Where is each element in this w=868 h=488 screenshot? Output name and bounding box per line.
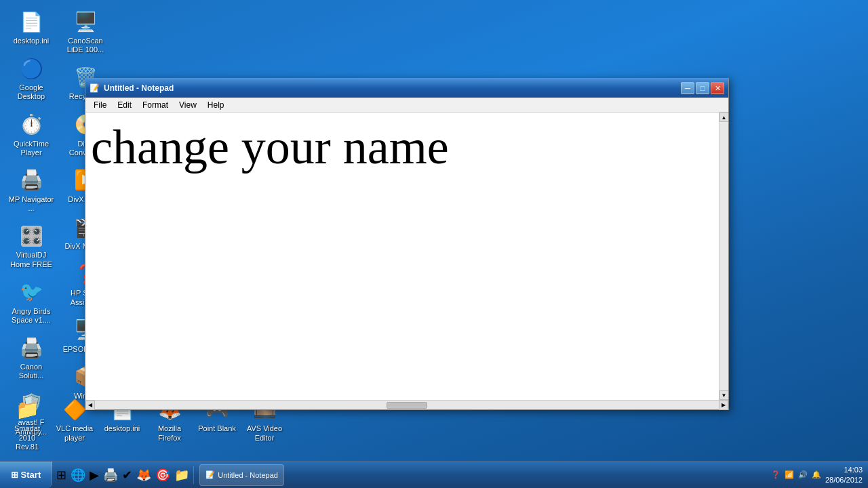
desktop-ini-icon: 📄 [18,8,45,35]
taskbar-network-icon[interactable]: 📶 [785,470,794,479]
taskbar-ie-icon[interactable]: 🌐 [69,466,87,484]
firefox-label: Mozilla Firefox [149,424,190,442]
google-desktop-label: Google Desktop [8,83,54,101]
canoscan-icon: 🖥️ [72,8,99,35]
menu-view[interactable]: View [174,99,202,111]
desktop-icon-angry-birds[interactable]: 🐦 Angry Birds Space v1.... [5,276,57,327]
taskbar-clock[interactable]: 14:03 28/06/2012 [825,465,863,485]
avs-video-label: AVS Video Editor [244,424,285,442]
taskbar-hp-icon[interactable]: 🖨️ [102,466,119,484]
restore-button[interactable]: □ [696,82,709,94]
notepad-textarea[interactable]: change your name [85,113,719,400]
horizontal-scrollbar[interactable]: ◀ ▶ [85,400,728,409]
desktop-icon-quicktime[interactable]: ⏱️ QuickTime Player [5,108,57,160]
start-button[interactable]: ⊞ Start [0,462,52,488]
desktop-icon-mp-navigator[interactable]: 🖨️ MP Navigator ... [5,164,57,216]
scroll-down-arrow[interactable]: ▼ [719,390,729,400]
minimize-button[interactable]: ─ [681,82,694,94]
desktop-icon-desktop-ini[interactable]: 📄 desktop.ini [5,5,57,48]
angry-birds-icon: 🐦 [18,279,45,306]
scroll-left-arrow[interactable]: ◀ [85,401,95,410]
taskbar-volume-icon[interactable]: 🔊 [798,470,808,479]
vlc-label: VLC media player [54,424,95,442]
scroll-track-v[interactable] [719,122,728,390]
close-button[interactable]: ✕ [711,82,724,94]
menu-format[interactable]: Format [137,99,174,111]
menu-help[interactable]: Help [202,99,230,111]
smadat-label: Smadat 2010 Rev.81 [7,424,47,451]
canon-label: Canon Soluti... [8,363,54,380]
taskbar-help-icon[interactable]: ❓ [771,470,781,479]
notepad-icon: 📝 [90,83,100,93]
quicktime-icon: ⏱️ [18,111,45,138]
taskbar-date: 28/06/2012 [825,475,863,485]
scroll-thumb-h [387,402,427,409]
smadat-icon: 📁 [14,396,41,423]
window-titlebar: 📝 Untitled - Notepad ─ □ ✕ [85,79,728,98]
quick-launch: ⊞ 🌐 ▶ 🖨️ ✔ 🦊 🎯 📁 [52,466,194,484]
desktop-ini-label: desktop.ini [14,37,50,45]
window-title-text: 📝 Untitled - Notepad [90,83,174,93]
taskbar-checkmark-icon[interactable]: ✔ [121,466,134,484]
mp-navigator-icon: 🖨️ [18,167,45,194]
taskbar-notepad-label: Untitled - Notepad [218,471,278,479]
angry-birds-label: Angry Birds Space v1.... [8,307,54,325]
notepad-content-area: change your name ▲ ▼ [85,113,728,400]
taskbar-folder-icon[interactable]: 📁 [173,466,191,484]
taskbar-firefox-taskbar-icon[interactable]: 🦊 [135,466,153,484]
canon-icon: 🖨️ [18,334,45,361]
desktop-icon-canon[interactable]: 🖨️ Canon Soluti... [5,331,57,383]
taskbar-time: 14:03 [825,465,863,474]
taskbar-items: 📝 Untitled - Notepad [197,462,766,488]
taskbar: ⊞ Start ⊞ 🌐 ▶ 🖨️ ✔ 🦊 🎯 📁 📝 Untitled - No… [0,461,868,488]
taskbar-notepad-item[interactable]: 📝 Untitled - Notepad [199,464,284,486]
canoscan-label: CanoScan LiDE 100... [62,37,108,54]
desktop-icon-google-desktop[interactable]: 🔵 Google Desktop [5,52,57,104]
point-blank-label: Point Blank [198,424,236,433]
virtualdj-label: VirtualDJ Home FREE [8,251,54,268]
taskbar-notification-icon[interactable]: 🔔 [812,470,821,479]
desktop-icon-canoscan[interactable]: 🖥️ CanoScan LiDE 100... [60,5,111,57]
scroll-track-h[interactable] [95,401,719,409]
scroll-right-arrow[interactable]: ▶ [719,401,728,410]
menu-edit[interactable]: Edit [112,99,137,111]
taskbar-game-icon[interactable]: 🎯 [154,466,172,484]
taskbar-notepad-icon: 📝 [205,470,215,479]
desktop-icon-virtualdj[interactable]: 🎛️ VirtualDJ Home FREE [5,220,57,271]
desktop-ini2-label: desktop.ini [104,424,140,433]
mp-navigator-label: MP Navigator ... [8,195,54,213]
window-controls: ─ □ ✕ [681,82,724,94]
taskbar-media-icon[interactable]: ▶ [88,466,100,484]
virtualdj-icon: 🎛️ [18,222,45,249]
taskbar-windows-icon[interactable]: ⊞ [55,466,68,484]
google-desktop-icon: 🔵 [18,55,45,82]
menu-file[interactable]: File [88,99,112,111]
vertical-scrollbar[interactable]: ▲ ▼ [719,113,728,400]
vlc-icon: 🔶 [61,396,88,423]
taskbar-right: ❓ 📶 🔊 🔔 14:03 28/06/2012 [766,465,868,485]
quicktime-label: QuickTime Player [8,140,54,157]
window-menubar: File Edit Format View Help [85,98,728,113]
scroll-up-arrow[interactable]: ▲ [719,113,729,122]
desktop-icon-smadat[interactable]: 📁 Smadat 2010 Rev.81 [4,393,50,454]
notepad-window: 📝 Untitled - Notepad ─ □ ✕ File Edit For… [85,78,729,410]
